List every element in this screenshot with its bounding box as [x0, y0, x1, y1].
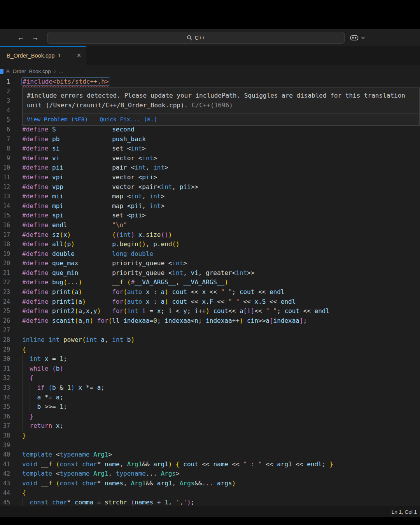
code-line[interactable]: 33 if (b & 1) x *= a; — [0, 383, 420, 393]
code-line[interactable]: 43void __f (const char* names, Arg1&& ar… — [0, 479, 420, 488]
code-line-content: #define sz(x) ((int) x.size()) — [22, 230, 420, 240]
cursor-position[interactable]: Ln 1, Col 1 — [392, 506, 417, 517]
code-line-content: const char* comma = strchr (names + 1, '… — [22, 498, 420, 506]
code-line[interactable]: 17#define sz(x) ((int) x.size()) — [0, 230, 420, 240]
indent-guide — [22, 373, 23, 383]
code-line[interactable]: 6#define S second — [0, 125, 420, 135]
close-icon[interactable]: × — [77, 52, 81, 60]
line-number: 15 — [0, 211, 10, 220]
line-number: 25 — [0, 306, 10, 316]
code-line-content: #define que_max priority_queue <int> — [22, 259, 420, 268]
code-line[interactable]: 42template <typename Arg1, typename... A… — [0, 469, 420, 479]
line-number: 41 — [0, 460, 10, 469]
tab-title: B_Order_Book.cpp — [7, 52, 54, 59]
line-number: 20 — [0, 259, 10, 268]
code-line-content: #include<bits/stdc++.h> — [22, 77, 420, 87]
code-line[interactable]: 12#define vpp vector <pair<int, pii>> — [0, 182, 420, 192]
code-line[interactable]: 41void __f (const char* name, Arg1&& arg… — [0, 460, 420, 469]
code-line[interactable]: 38} — [0, 431, 420, 441]
titlebar: ← → C++ — [0, 29, 420, 46]
code-line[interactable]: 8#define si set <int> — [0, 144, 420, 154]
code-editor[interactable]: 1#include<bits/stdc++.h>23456#define S s… — [0, 77, 420, 506]
line-number: 28 — [0, 335, 10, 345]
code-line[interactable]: 30 int x = 1; — [0, 354, 420, 364]
code-line-content: inline int power(int a, int b) — [22, 335, 420, 345]
indent-guide — [22, 364, 23, 374]
line-number: 44 — [0, 488, 10, 498]
line-number: 4 — [0, 106, 10, 116]
bottom-black-band — [0, 517, 420, 525]
copilot-icon[interactable] — [350, 33, 359, 42]
indent-guide — [22, 354, 23, 364]
indent-guide — [22, 393, 23, 402]
code-line[interactable]: 23#define print(a) for(auto x : a) cout … — [0, 287, 420, 297]
indent-guide — [22, 498, 23, 506]
code-line-content: #define vpp vector <pair<int, pii>> — [22, 182, 420, 192]
view-problem-link[interactable]: View Problem (⌥F8) — [27, 116, 88, 122]
breadcrumb-file[interactable]: B_Order_Book.cpp — [6, 68, 51, 74]
breadcrumb-more[interactable]: ... — [59, 68, 63, 74]
back-arrow-icon[interactable]: ← — [17, 34, 24, 41]
command-center-search[interactable]: C++ — [47, 32, 345, 44]
code-line-content: #define mpi map <pii, int> — [22, 201, 420, 211]
code-line[interactable]: 32 { — [0, 373, 420, 383]
code-line[interactable]: 36 } — [0, 412, 420, 422]
code-line[interactable]: 27 — [0, 326, 420, 335]
line-number: 22 — [0, 278, 10, 287]
code-line[interactable]: 39 — [0, 441, 420, 450]
tab-bar: B_Order_Book.cpp 1 × — [0, 46, 420, 65]
chevron-down-icon[interactable] — [361, 36, 365, 39]
indent-guide — [30, 383, 30, 393]
line-number: 33 — [0, 383, 10, 393]
code-line[interactable]: 7#define pb push_back — [0, 135, 420, 144]
code-line[interactable]: 24#define print1(a) for(auto x : a) cout… — [0, 297, 420, 307]
tab-problems-badge: 1 — [58, 53, 61, 58]
code-line[interactable]: 11#define vpi vector <pii> — [0, 173, 420, 182]
code-line[interactable]: 13#define mii map <int, int> — [0, 192, 420, 201]
code-line[interactable]: 45 const char* comma = strchr (names + 1… — [0, 498, 420, 506]
code-line[interactable]: 37 return x; — [0, 421, 420, 431]
search-icon — [187, 35, 192, 40]
code-line-content: #define print2(a,x,y) for(int i = x; i <… — [22, 306, 420, 316]
code-line[interactable]: 20#define que_max priority_queue <int> — [0, 259, 420, 268]
code-line[interactable]: 28inline int power(int a, int b) — [0, 335, 420, 345]
code-line-content: #define vpi vector <pii> — [22, 173, 420, 182]
code-line[interactable]: 25#define print2(a,x,y) for(int i = x; i… — [0, 306, 420, 316]
code-line-content — [22, 326, 420, 335]
code-line[interactable]: 26#define scanit(a,n) for(ll indexaa=0; … — [0, 316, 420, 326]
code-line-content: void __f (const char* name, Arg1&& arg1)… — [22, 460, 420, 469]
line-number: 35 — [0, 402, 10, 412]
code-line[interactable]: 1#include<bits/stdc++.h> — [0, 77, 420, 87]
tab-b-order-book[interactable]: B_Order_Book.cpp 1 × — [0, 46, 86, 65]
line-number: 9 — [0, 154, 10, 163]
code-line[interactable]: 40template <typename Arg1> — [0, 450, 420, 460]
quick-fix-link[interactable]: Quick Fix... (⌘.) — [100, 116, 157, 122]
line-number: 16 — [0, 220, 10, 230]
code-line[interactable]: 16#define endl "\n" — [0, 220, 420, 230]
line-number: 39 — [0, 441, 10, 450]
line-number: 27 — [0, 326, 10, 335]
code-line-content: #define S second — [22, 125, 420, 135]
code-line[interactable]: 14#define mpi map <pii, int> — [0, 201, 420, 211]
indent-guide — [30, 402, 30, 412]
code-line[interactable]: 35 b >>= 1; — [0, 402, 420, 412]
code-line[interactable]: 15#define spi set <pii> — [0, 211, 420, 220]
code-line-content: } — [22, 412, 420, 422]
code-line[interactable]: 19#define double long double — [0, 249, 420, 259]
code-line[interactable]: 21#define que_min priority_queue <int, v… — [0, 268, 420, 278]
code-line[interactable]: 22#define bug(...) __f (#__VA_ARGS__, __… — [0, 278, 420, 287]
line-number: 5 — [0, 115, 10, 125]
code-line[interactable]: 34 a *= a; — [0, 393, 420, 402]
code-line-content: } — [22, 431, 420, 441]
code-line-content — [22, 441, 420, 450]
code-line[interactable]: 29{ — [0, 345, 420, 355]
line-number: 19 — [0, 249, 10, 259]
code-line[interactable]: 31 while (b) — [0, 364, 420, 374]
code-line-content: #define scanit(a,n) for(ll indexaa=0; in… — [22, 316, 420, 326]
forward-arrow-icon[interactable]: → — [32, 34, 39, 41]
code-line[interactable]: 10#define pii pair <int, int> — [0, 163, 420, 173]
code-line[interactable]: 44{ — [0, 488, 420, 498]
code-line[interactable]: 18#define all(p) p.begin(), p.end() — [0, 240, 420, 249]
code-line[interactable]: 9#define vi vector <int> — [0, 154, 420, 163]
line-number: 13 — [0, 192, 10, 201]
